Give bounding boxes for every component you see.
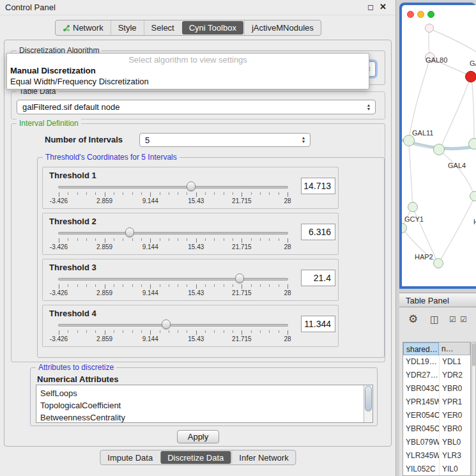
table-row[interactable]: YLR345WYLR3: [403, 449, 470, 463]
attribute-item[interactable]: SelfLoops: [40, 387, 364, 399]
column-header-2[interactable]: n…: [439, 342, 470, 355]
cyni-toolbox-panel: Discretization Algorithm ▲▼ Table Data g…: [4, 40, 392, 447]
table-data-combo[interactable]: galFiltered.sif default node ▲▼: [17, 100, 376, 114]
table-row[interactable]: YBL079WYBL0: [403, 436, 470, 449]
tab-network[interactable]: Network: [56, 20, 111, 35]
threshold-4-slider[interactable]: -3.4262.8599.14415.4321.71528: [53, 318, 293, 346]
select-all-checkbox-icon[interactable]: ☑: [449, 315, 456, 324]
tab-label: Impute Data: [107, 453, 153, 463]
network-node[interactable]: [465, 71, 476, 82]
window-title: Control Panel: [5, 3, 56, 12]
network-node-label: H: [473, 218, 476, 226]
apply-button[interactable]: Apply: [177, 430, 219, 443]
table-row[interactable]: YIL052CYIL0: [403, 463, 470, 476]
network-node-label: GAL4: [448, 162, 466, 169]
network-node[interactable]: [408, 202, 418, 212]
threshold-1-slider[interactable]: -3.4262.8599.14415.4321.71528: [53, 180, 293, 208]
threshold-3-slider[interactable]: -3.4262.8599.14415.4321.71528: [53, 272, 293, 300]
numerical-attributes-label: Numerical Attributes: [37, 374, 118, 384]
threshold-3-label: Threshold 3: [49, 263, 96, 272]
attribute-item[interactable]: TopologicalCoefficient: [40, 399, 364, 411]
slider-thumb[interactable]: [187, 181, 196, 191]
slider-tick-label: 28: [284, 197, 291, 204]
attributes-section: Attributes to discretize Numerical Attri…: [30, 367, 378, 426]
table-row[interactable]: YBR045CYBR0: [403, 422, 470, 436]
table-cell: YER054C: [403, 409, 439, 422]
network-node[interactable]: [433, 144, 445, 155]
combo-stepper-icon[interactable]: ▲▼: [300, 136, 307, 144]
table-row[interactable]: YDL19…YDL1: [403, 355, 470, 369]
slider-tick-label: -3.426: [50, 335, 68, 342]
threshold-2-value[interactable]: 6.316: [301, 224, 335, 240]
tab-style[interactable]: Style: [111, 20, 144, 35]
close-traffic-light-icon[interactable]: [407, 11, 414, 18]
slider-track[interactable]: [58, 324, 288, 326]
network-node[interactable]: [470, 191, 476, 201]
interval-definition-title: Interval Definition: [17, 119, 81, 128]
show-columns-icon[interactable]: ◫: [430, 314, 439, 325]
algorithm-placeholder-option[interactable]: Select algorithm to view settings: [7, 55, 369, 65]
network-node-label: GAL11: [412, 129, 433, 137]
combo-stepper-icon[interactable]: ▲▼: [365, 104, 372, 111]
slider-tick-label: 9.144: [142, 289, 158, 296]
tab-label: Network: [73, 23, 104, 33]
slider-thumb[interactable]: [125, 227, 134, 237]
tab-cyni-toolbox[interactable]: Cyni Toolbox: [182, 21, 243, 35]
table-row[interactable]: YER054CYER0: [403, 409, 470, 422]
slider-thumb[interactable]: [235, 273, 244, 283]
column-header-1[interactable]: shared…: [403, 342, 439, 355]
table-panel-body: ⚙ ◫ ☑ ☑ shared…n… YDL19…YDL1YDR27…YDR2YB…: [399, 307, 476, 476]
option-equal-width-frequency[interactable]: Equal Width/Frequency Discretization: [7, 76, 369, 87]
tab-discretize-data[interactable]: Discretize Data: [160, 451, 231, 464]
control-panel-window: Control Panel ◻ ✕ NetworkStyleSelectCyni…: [0, 0, 396, 476]
slider-tick-label: 2.859: [96, 289, 112, 296]
tab-impute-data[interactable]: Impute Data: [100, 450, 160, 464]
network-node[interactable]: [468, 138, 476, 150]
minimize-traffic-light-icon[interactable]: [417, 11, 424, 18]
table-row[interactable]: YDR27…YDR2: [403, 369, 470, 382]
tab-label: Cyni Toolbox: [189, 23, 236, 33]
network-node[interactable]: [425, 24, 434, 33]
tab-infer-network[interactable]: Infer Network: [231, 450, 295, 464]
slider-track[interactable]: [58, 232, 288, 234]
slider-thumb[interactable]: [162, 319, 171, 329]
select-none-checkbox-icon[interactable]: ☑: [460, 315, 467, 324]
control-panel-titlebar: Control Panel ◻ ✕: [0, 0, 395, 15]
screen: Control Panel ◻ ✕ NetworkStyleSelectCyni…: [0, 0, 476, 476]
slider-tick-label: 28: [284, 335, 291, 342]
float-window-icon[interactable]: ◻: [367, 3, 374, 12]
thresholds-title: Threshold's Coordinates for 5 Intervals: [43, 153, 180, 162]
attributes-scrollbar[interactable]: [364, 385, 372, 422]
table-cell: YLR3: [439, 449, 470, 463]
attribute-item[interactable]: BetweennessCentrality: [40, 411, 364, 422]
slider-tick-label: 9.144: [142, 197, 158, 204]
slider-tick-label: -3.426: [50, 243, 68, 250]
network-view-window[interactable]: GAL80GAGAL11GAL4GCY1HHAP2: [399, 3, 476, 289]
zoom-traffic-light-icon[interactable]: [427, 11, 434, 18]
table-cell: YIL0: [439, 463, 470, 476]
slider-tick-label: 9.144: [142, 243, 158, 250]
threshold-3-value[interactable]: 21.4: [301, 270, 335, 286]
network-node[interactable]: [433, 258, 443, 268]
network-canvas-area[interactable]: GAL80GAGAL11GAL4GCY1HHAP2: [402, 5, 476, 286]
table-cell: YBR0: [439, 382, 470, 395]
table-row[interactable]: YBR043CYBR0: [403, 382, 470, 395]
tab-jactivemnodules[interactable]: jActiveMNodules: [244, 20, 321, 35]
tab-label: Infer Network: [239, 453, 288, 463]
numerical-attributes-list[interactable]: SelfLoopsTopologicalCoefficientBetweenne…: [36, 385, 373, 423]
threshold-1-value[interactable]: 14.713: [301, 178, 335, 194]
number-of-intervals-combo[interactable]: 5 ▲▼: [139, 133, 311, 147]
option-manual-discretization[interactable]: Manual Discretization: [7, 65, 369, 76]
scrollbar-thumb[interactable]: [365, 386, 372, 411]
settings-gear-icon[interactable]: ⚙: [408, 312, 418, 326]
table-row[interactable]: YPR145WYPR1: [403, 395, 470, 409]
slider-track[interactable]: [58, 186, 288, 188]
threshold-2-slider[interactable]: -3.4262.8599.14415.4321.71528: [53, 226, 293, 254]
network-canvas[interactable]: GAL80GAGAL11GAL4GCY1HHAP2: [402, 5, 476, 286]
tab-select[interactable]: Select: [144, 20, 181, 35]
slider-track[interactable]: [58, 278, 288, 280]
close-window-icon[interactable]: ✕: [380, 2, 387, 12]
scrollbar-thumb[interactable]: [472, 343, 475, 366]
threshold-4-value[interactable]: 11.344: [301, 316, 335, 332]
table-scrollbar[interactable]: [472, 342, 476, 476]
